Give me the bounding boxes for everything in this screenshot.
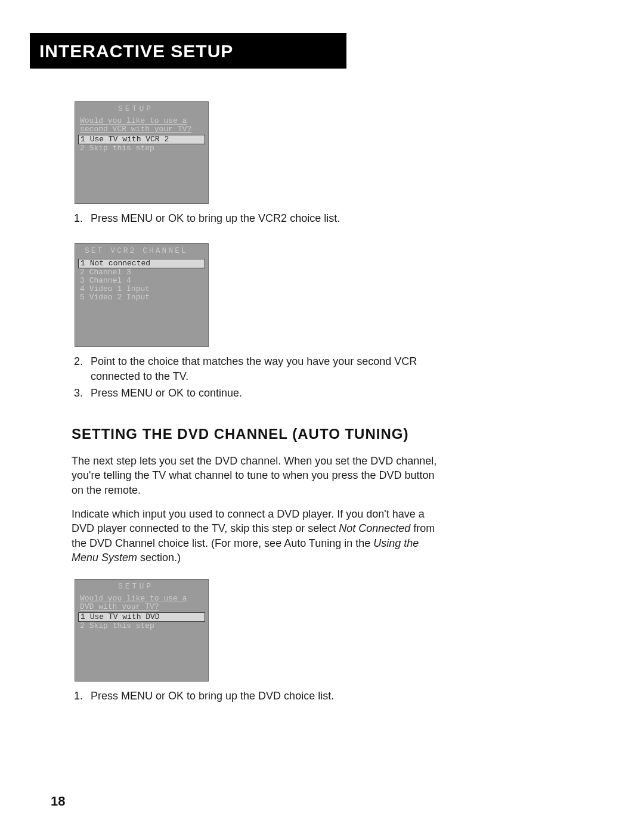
body-paragraph: Indicate which input you used to connect… <box>72 507 441 565</box>
instruction-step: Press MENU or OK to bring up the VCR2 ch… <box>86 211 441 225</box>
osd-option: 3 Channel 4 <box>75 277 208 285</box>
osd-setup-dvd: SETUP Would you like to use a DVD with y… <box>75 579 209 682</box>
page-header: Interactive Setup <box>30 33 346 69</box>
osd-setup-vcr2: SETUP Would you like to use a second VCR… <box>75 101 209 204</box>
osd-option: 2 Channel 3 <box>75 268 208 277</box>
osd-title: SET VCR2 CHANNEL <box>75 244 208 259</box>
osd-option: 2 Skip this step <box>75 144 208 153</box>
osd-option: 5 Video 2 Input <box>75 293 208 302</box>
instruction-list: Press MENU or OK to bring up the DVD cho… <box>72 689 441 703</box>
body-paragraph: The next step lets you set the DVD chann… <box>72 454 441 497</box>
osd-option: 1 Use TV with DVD <box>78 612 205 622</box>
instruction-list: Point to the choice that matches the way… <box>72 354 441 400</box>
osd-option: 2 Skip this step <box>75 622 208 630</box>
instruction-step: Press MENU or OK to continue. <box>86 386 441 400</box>
osd-option: 1 Use TV with VCR 2 <box>78 135 205 144</box>
osd-prompt: Would you like to use a DVD with your TV… <box>75 594 208 612</box>
instruction-list: Press MENU or OK to bring up the VCR2 ch… <box>72 211 441 225</box>
osd-title: SETUP <box>75 580 208 594</box>
osd-option: 1 Not connected <box>78 259 205 268</box>
osd-option: 4 Video 1 Input <box>75 285 208 293</box>
page-number: 18 <box>51 794 65 809</box>
instruction-step: Point to the choice that matches the way… <box>86 354 441 383</box>
osd-title: SETUP <box>75 102 208 117</box>
section-heading: Setting the DVD Channel (Auto Tuning) <box>72 425 441 443</box>
manual-page: Interactive Setup SETUP Would you like t… <box>0 0 644 833</box>
osd-set-vcr2-channel: SET VCR2 CHANNEL 1 Not connected 2 Chann… <box>75 243 209 347</box>
osd-prompt: Would you like to use a second VCR with … <box>75 117 208 135</box>
page-content: SETUP Would you like to use a second VCR… <box>72 101 441 704</box>
instruction-step: Press MENU or OK to bring up the DVD cho… <box>86 689 441 703</box>
